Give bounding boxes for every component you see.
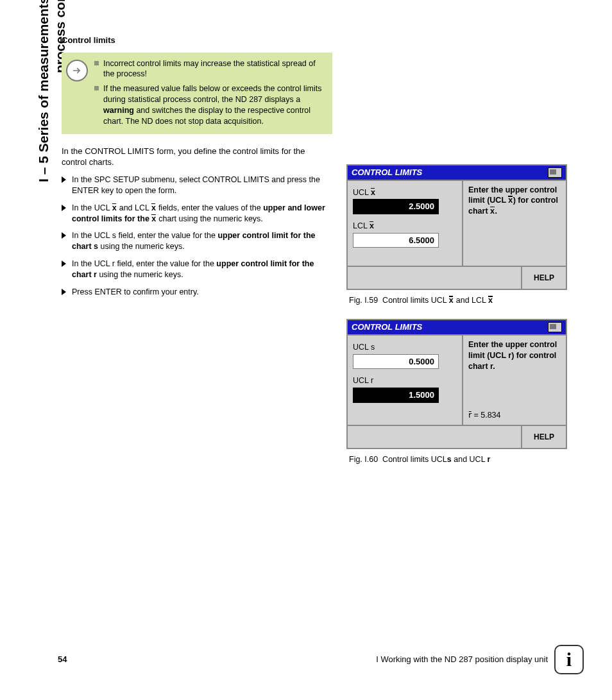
field-label-ucl-xbar: UCL x bbox=[353, 187, 457, 198]
panel-hint: Enter the upper control limit (UCL r) fo… bbox=[463, 336, 566, 425]
softkey-row: HELP bbox=[348, 266, 566, 289]
window-tab-icon bbox=[548, 167, 562, 178]
note-box: Incorrect control limits may increase th… bbox=[62, 53, 332, 134]
footer-text: I Working with the ND 287 position displ… bbox=[83, 654, 554, 665]
arrow-right-icon bbox=[66, 60, 88, 81]
step-item: Press ENTER to confirm your entry. bbox=[62, 287, 332, 298]
figures-column: CONTROL LIMITS UCL x 2.5000 LCL x 6.5000… bbox=[346, 164, 571, 478]
figure-caption-60: Fig. I.60 Control limits UCLs and UCL r bbox=[349, 454, 571, 465]
page-number: 54 bbox=[58, 654, 83, 665]
panel-left: UCL x 2.5000 LCL x 6.5000 bbox=[348, 181, 463, 266]
window-tab-icon bbox=[548, 322, 562, 332]
rbar-value: r̄ = 5.834 bbox=[468, 410, 561, 421]
panel-hint: Enter the upper control limit (UCL x) fo… bbox=[463, 181, 566, 266]
field-label-ucl-r: UCL r bbox=[353, 375, 457, 386]
field-ucl-r[interactable]: 1.5000 bbox=[353, 388, 439, 403]
softkey-blank bbox=[348, 426, 521, 448]
heading-control-limits: Control limits bbox=[62, 35, 332, 46]
field-label-lcl-xbar: LCL x bbox=[353, 221, 457, 232]
field-ucl-xbar[interactable]: 2.5000 bbox=[353, 199, 439, 214]
panel-left: UCL s 0.5000 UCL r 1.5000 bbox=[348, 336, 463, 425]
intro-paragraph: In the CONTROL LIMITS form, you define t… bbox=[62, 146, 332, 168]
step-item: In the UCL s field, enter the value for … bbox=[62, 230, 332, 252]
step-item: In the UCL r field, enter the value for … bbox=[62, 259, 332, 280]
step-item: In the SPC SETUP submenu, select CONTROL… bbox=[62, 175, 332, 196]
softkey-help[interactable]: HELP bbox=[521, 267, 566, 289]
softkey-blank bbox=[348, 267, 521, 289]
info-icon: i bbox=[554, 645, 584, 674]
field-ucl-s[interactable]: 0.5000 bbox=[353, 354, 439, 370]
step-item: In the UCL x and LCL x fields, enter the… bbox=[62, 203, 332, 225]
softkey-row: HELP bbox=[348, 425, 566, 448]
panel-control-limits-xbar: CONTROL LIMITS UCL x 2.5000 LCL x 6.5000… bbox=[346, 164, 567, 290]
panel-hint-text: Enter the upper control limit (UCL r) fo… bbox=[468, 340, 557, 371]
side-heading-line1: I – 5 Series of measurements and statist… bbox=[36, 0, 51, 182]
main-column: Control limits Incorrect control limits … bbox=[62, 35, 332, 304]
panel-titlebar: CONTROL LIMITS bbox=[348, 320, 566, 334]
note-item: If the measured value falls below or exc… bbox=[94, 83, 325, 127]
field-lcl-xbar[interactable]: 6.5000 bbox=[353, 233, 439, 248]
note-item: Incorrect control limits may increase th… bbox=[94, 58, 325, 80]
softkey-help[interactable]: HELP bbox=[521, 426, 566, 448]
steps-list: In the SPC SETUP submenu, select CONTROL… bbox=[62, 175, 332, 298]
panel-title-text: CONTROL LIMITS bbox=[352, 167, 548, 178]
panel-titlebar: CONTROL LIMITS bbox=[348, 166, 566, 180]
panel-control-limits-sr: CONTROL LIMITS UCL s 0.5000 UCL r 1.5000… bbox=[346, 319, 567, 449]
panel-title-text: CONTROL LIMITS bbox=[352, 321, 548, 333]
page-footer: 54 I Working with the ND 287 position di… bbox=[58, 645, 584, 674]
figure-caption-59: Fig. I.59 Control limits UCL x and LCL x bbox=[349, 295, 571, 306]
note-list: Incorrect control limits may increase th… bbox=[94, 58, 325, 127]
field-label-ucl-s: UCL s bbox=[353, 342, 457, 353]
